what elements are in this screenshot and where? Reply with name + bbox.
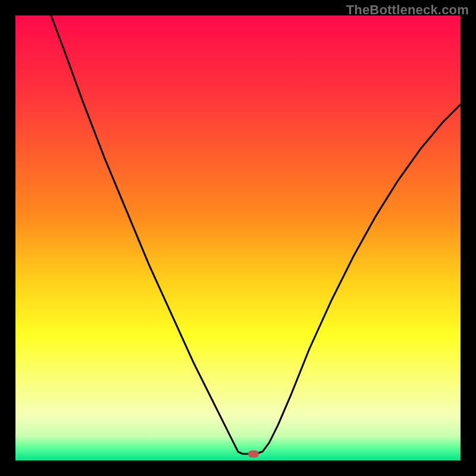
plot-frame	[15, 15, 461, 461]
bottleneck-curve	[15, 15, 461, 461]
optimal-point-marker	[248, 450, 259, 458]
stage: TheBottleneck.com	[0, 0, 476, 476]
plot-area	[15, 15, 461, 461]
